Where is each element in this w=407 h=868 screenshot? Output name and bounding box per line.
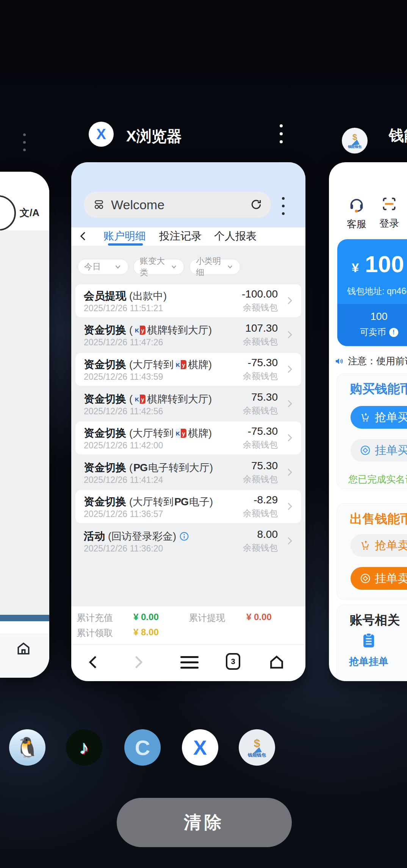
wallet-app-card[interactable]: 客服 登录 ¥ 100 钱包地址: qn46cb 100 可卖币 ! 注意：使用… xyxy=(329,162,407,681)
filter-subcategory-dropdown[interactable]: 小类明细 xyxy=(189,259,240,275)
translate-icon[interactable]: 文/A xyxy=(20,206,39,219)
tab-bet-records[interactable]: 投注记录 xyxy=(159,229,202,243)
transaction-detail: (出款中) xyxy=(129,289,167,303)
transaction-title: 资金切换 (大厅转到 PG 电子) xyxy=(84,495,213,509)
transaction-title: 资金切换 (大厅转到 Ky 棋牌) xyxy=(84,357,212,372)
ky-left-letter: K xyxy=(134,395,140,404)
transaction-time: 2025/12/26 11:42:56 xyxy=(84,406,163,417)
transaction-detail-prefix: ( xyxy=(129,324,133,336)
url-bar[interactable]: Welcome xyxy=(84,191,271,218)
diamond-circle-icon xyxy=(360,573,371,584)
tab-personal-report[interactable]: 个人报表 xyxy=(214,229,257,243)
balance-value: 100 xyxy=(365,251,404,277)
clear-all-button[interactable]: 清除 xyxy=(117,798,292,847)
totals-summary: 累计充值 ¥ 0.00 累计提现 ¥ 0.00 累计领取 ¥ 8.00 xyxy=(71,606,305,644)
chevron-down-icon xyxy=(170,263,178,271)
transaction-detail-suffix: 棋牌) xyxy=(188,426,212,440)
transaction-row[interactable]: 资金切换 ( Ky 棋牌转到大厅) 2025/12/26 11:42:56 75… xyxy=(75,387,301,420)
grab-order-buy-button[interactable]: 抢单买 xyxy=(351,406,407,429)
cart-icon xyxy=(360,412,371,423)
ky-right-letter: y xyxy=(181,360,186,369)
left-app-bottom-bar xyxy=(0,634,49,678)
post-order-sell-label: 挂单卖 xyxy=(375,571,407,586)
speaker-icon xyxy=(334,356,345,367)
nav-menu-icon[interactable] xyxy=(180,656,199,669)
left-app-card[interactable]: 文/A xyxy=(0,172,49,678)
transaction-time: 2025/12/26 11:36:57 xyxy=(84,509,163,519)
transaction-title: 活动 (回访登录彩金) xyxy=(84,529,189,544)
transaction-wallet-label: 余额钱包 xyxy=(243,473,278,485)
back-chevron-icon[interactable] xyxy=(78,230,89,242)
ky-left-letter: K xyxy=(134,326,140,335)
dock-icon-wallet-app[interactable]: $ 钱能钱包 xyxy=(239,729,275,766)
orders-list-button[interactable]: 抢单挂单 xyxy=(346,631,391,668)
transaction-row[interactable]: 资金切换 ( Ky 棋牌转到大厅) 2025/12/26 11:47:26 10… xyxy=(75,318,301,351)
left-card-menu-dots[interactable] xyxy=(23,133,26,151)
transaction-row[interactable]: 活动 (回访登录彩金) 2025/12/26 11:36:20 8.00 余额钱… xyxy=(75,525,301,558)
chevron-right-icon xyxy=(284,432,295,443)
c-letter-icon: C xyxy=(135,735,150,760)
nav-tab-count[interactable]: 3 xyxy=(226,653,240,670)
transaction-row[interactable]: 资金切换 (大厅转到 Ky 棋牌) 2025/12/26 11:42:00 -7… xyxy=(75,421,301,454)
transaction-row[interactable]: 资金切换 (大厅转到 PG 电子) 2025/12/26 11:36:57 -8… xyxy=(75,490,301,523)
customer-service-button[interactable]: 客服 xyxy=(343,196,370,231)
ky-left-letter: K xyxy=(175,360,181,369)
filter-category-dropdown[interactable]: 账变大类 xyxy=(133,259,184,275)
transaction-amount: -100.00 xyxy=(242,288,278,300)
login-scan-button[interactable]: 登录 xyxy=(376,196,402,230)
transaction-detail-prefix: (大厅转到 xyxy=(129,495,174,509)
sellable-value: 100 xyxy=(337,311,407,323)
cart-icon xyxy=(360,540,371,551)
ky-poker-logo: Ky xyxy=(134,326,146,335)
transaction-row[interactable]: 资金切换 (大厅转到 Ky 棋牌) 2025/12/26 11:43:59 -7… xyxy=(75,353,301,386)
transaction-amount: -75.30 xyxy=(248,425,278,437)
nav-forward-icon[interactable] xyxy=(130,654,146,671)
info-icon[interactable] xyxy=(179,531,189,541)
nav-back-icon[interactable] xyxy=(85,654,102,671)
account-section-title: 账号相关 xyxy=(350,612,400,629)
pg-electronic-logo: PG xyxy=(174,496,188,508)
wallet-logo-text: 钱能钱包 xyxy=(248,753,266,757)
transaction-time: 2025/12/26 11:51:21 xyxy=(84,303,163,313)
dock-icon-c-browser[interactable]: C xyxy=(124,729,161,766)
tab-count-number: 3 xyxy=(231,657,235,666)
wallet-card-title: 钱能 xyxy=(389,125,407,146)
post-order-buy-button[interactable]: 挂单买 xyxy=(351,439,407,462)
transaction-name: 资金切换 xyxy=(84,392,126,406)
sell-section-title: 出售钱能币 xyxy=(350,511,407,528)
chevron-down-icon xyxy=(114,263,122,271)
pg-electronic-logo: PG xyxy=(133,462,147,474)
home-icon[interactable] xyxy=(15,640,32,657)
transaction-time: 2025/12/26 11:47:26 xyxy=(84,337,163,348)
browser-card-menu-dots[interactable] xyxy=(280,124,283,143)
transaction-name: 资金切换 xyxy=(84,495,126,509)
transaction-row[interactable]: 会员提现 (出款中) 2025/12/26 11:51:21 -100.00 余… xyxy=(75,284,301,317)
dock-icon-x-browser[interactable]: X xyxy=(182,729,218,766)
headset-icon xyxy=(348,196,365,213)
transaction-wallet-label: 余额钱包 xyxy=(243,508,278,519)
refresh-icon[interactable] xyxy=(250,198,263,211)
transaction-amount: -8.29 xyxy=(254,494,278,506)
post-order-sell-button[interactable]: 挂单卖 xyxy=(351,567,407,590)
transaction-row[interactable]: 资金切换 ( PG 电子转到大厅) 2025/12/26 11:41:24 75… xyxy=(75,456,301,489)
dock-icon-penguin-game[interactable]: 🐧 xyxy=(9,729,45,766)
clipboard-icon xyxy=(360,631,378,650)
tab-account-detail[interactable]: 账户明细 xyxy=(103,229,146,243)
browser-more-menu-dots[interactable] xyxy=(282,197,285,215)
chevron-right-icon xyxy=(284,467,295,478)
x-letter-icon: X xyxy=(193,736,207,759)
filter-date-dropdown[interactable]: 今日 xyxy=(78,259,128,275)
alert-exclamation-icon[interactable]: ! xyxy=(389,328,398,337)
chevron-right-icon xyxy=(284,501,295,512)
dock-icon-douyin[interactable]: ♪ xyxy=(66,729,102,766)
ky-poker-logo: Ky xyxy=(175,360,186,369)
transaction-detail-suffix: 棋牌转到大厅) xyxy=(147,392,212,406)
filter-category-label: 账变大类 xyxy=(140,255,170,278)
browser-app-card[interactable]: Welcome 账户明细 投注记录 个人报表 今日 账变大类 小类明细 会员提现… xyxy=(71,162,305,681)
transaction-amount: -75.30 xyxy=(248,357,278,369)
sellable-label: 可卖币 xyxy=(360,326,386,338)
transaction-time: 2025/12/26 11:43:59 xyxy=(84,372,163,382)
transaction-time: 2025/12/26 11:42:00 xyxy=(84,440,163,451)
grab-order-sell-button[interactable]: 抢单卖 xyxy=(351,534,407,557)
nav-home-icon[interactable] xyxy=(268,654,285,671)
